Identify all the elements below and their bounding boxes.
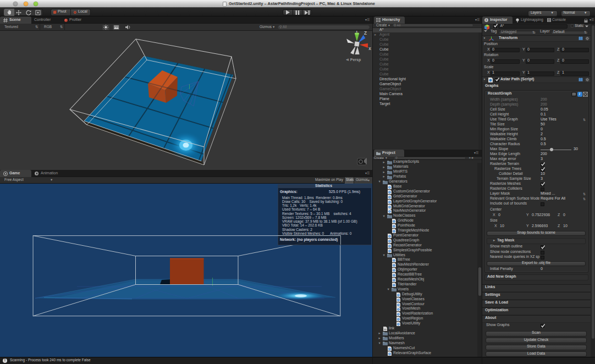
- svg-text:Y: Y: [355, 31, 359, 34]
- svg-text:Z: Z: [364, 31, 367, 36]
- svg-text:x: x: [368, 46, 371, 51]
- svg-text:⋖ Persp: ⋖ Persp: [346, 58, 361, 62]
